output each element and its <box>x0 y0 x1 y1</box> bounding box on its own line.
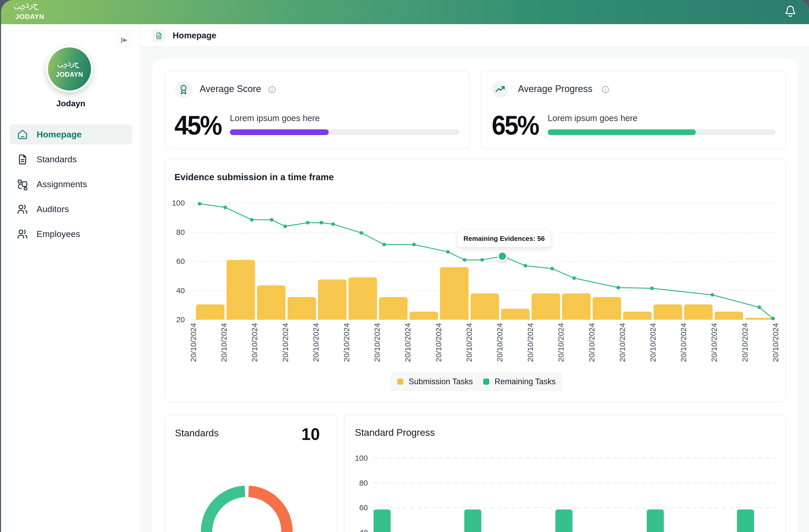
svg-text:20/10/2024: 20/10/2024 <box>771 323 780 362</box>
svg-text:40: 40 <box>359 528 368 532</box>
svg-text:60: 60 <box>176 257 185 265</box>
svg-text:40: 40 <box>176 286 185 295</box>
svg-text:20/10/2024: 20/10/2024 <box>189 323 197 362</box>
svg-text:20/10/2024: 20/10/2024 <box>679 323 688 362</box>
svg-text:20/10/2024: 20/10/2024 <box>710 323 718 362</box>
svg-text:20/10/2024: 20/10/2024 <box>649 323 657 362</box>
svg-text:20/10/2024: 20/10/2024 <box>342 323 351 362</box>
svg-text:100: 100 <box>355 454 368 462</box>
svg-text:20/10/2024: 20/10/2024 <box>618 323 626 362</box>
svg-text:20/10/2024: 20/10/2024 <box>312 323 320 362</box>
svg-text:20/10/2024: 20/10/2024 <box>250 323 259 362</box>
svg-text:100: 100 <box>172 199 185 207</box>
svg-text:80: 80 <box>359 479 368 487</box>
svg-text:60: 60 <box>359 503 368 512</box>
svg-text:20/10/2024: 20/10/2024 <box>465 323 473 362</box>
svg-text:80: 80 <box>176 228 185 237</box>
svg-text:20/10/2024: 20/10/2024 <box>741 323 749 362</box>
svg-text:20: 20 <box>176 315 185 324</box>
svg-text:20/10/2024: 20/10/2024 <box>281 323 290 362</box>
svg-text:20/10/2024: 20/10/2024 <box>526 323 534 362</box>
svg-text:20/10/2024: 20/10/2024 <box>556 323 565 362</box>
svg-text:20/10/2024: 20/10/2024 <box>403 323 412 362</box>
svg-text:20/10/2024: 20/10/2024 <box>220 323 228 362</box>
svg-text:20/10/2024: 20/10/2024 <box>434 323 443 362</box>
svg-text:20/10/2024: 20/10/2024 <box>373 323 381 362</box>
svg-text:20/10/2024: 20/10/2024 <box>495 323 504 362</box>
svg-text:20/10/2024: 20/10/2024 <box>587 323 596 362</box>
